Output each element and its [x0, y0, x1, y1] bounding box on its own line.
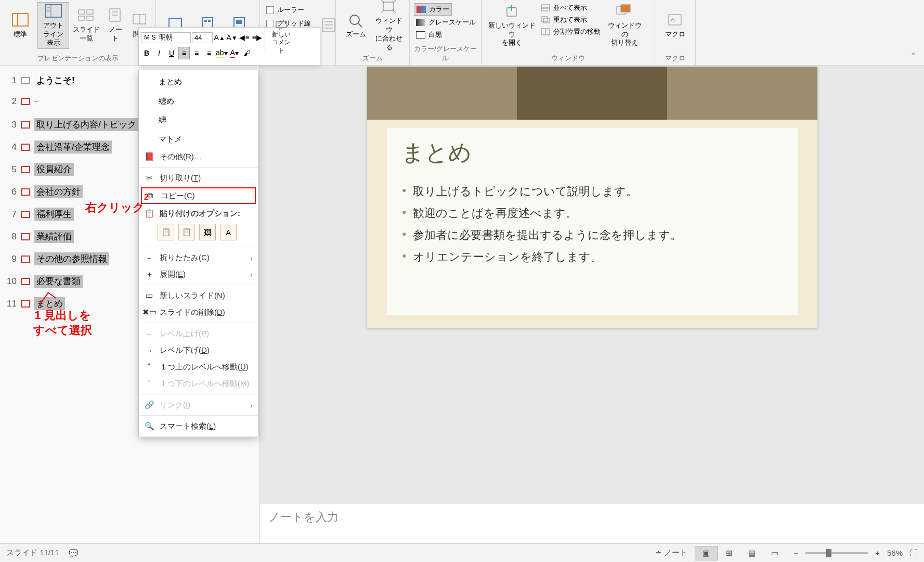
label: ノート [664, 548, 687, 558]
ime-suggestion[interactable]: マトメ [139, 130, 258, 149]
font-size-input[interactable] [192, 32, 213, 43]
italic-button[interactable]: I [153, 47, 165, 59]
slide-number: 6 [5, 187, 17, 197]
slide-title-text: 会社の方針 [34, 185, 83, 198]
increase-font-button[interactable]: A▲ [214, 31, 225, 44]
fit-slide-button[interactable]: ⛶ [910, 548, 918, 557]
zoom-in-button[interactable]: + [875, 548, 880, 557]
new-slide-icon: ▭ [144, 290, 154, 301]
color-button[interactable]: カラー [414, 3, 452, 16]
new-window-button[interactable]: 新しいウィンドウ を開く [486, 2, 538, 49]
ime-suggestion[interactable]: 纏め [139, 92, 258, 111]
reading-icon [131, 12, 149, 28]
label: ズーム [346, 30, 366, 39]
slide-number: 3 [5, 120, 17, 130]
slide-title[interactable]: まとめ [401, 137, 783, 168]
label: スライドの削除(D) [160, 308, 225, 317]
view-notes-button[interactable]: ノー ト [103, 2, 127, 49]
svg-rect-38 [621, 5, 630, 12]
slide-number: 2 [5, 96, 17, 107]
zoom-slider[interactable] [805, 552, 868, 554]
bullet-item: 歓迎のことばを再度述べます。 [401, 202, 783, 224]
decrease-font-button[interactable]: A▼ [226, 31, 238, 44]
zoom-level[interactable]: 56% [887, 548, 903, 557]
align-left-button[interactable]: ≡ [178, 47, 190, 59]
label: ルーラー [277, 5, 304, 15]
arrange-icon [541, 4, 550, 11]
svg-rect-7 [87, 10, 93, 14]
svg-rect-9 [87, 16, 93, 20]
notes-pane[interactable]: ノートを入力 [260, 504, 924, 543]
switch-window-button[interactable]: ウィンドウの 切り替え [604, 2, 645, 49]
blackwhite-button[interactable]: 白黒 [414, 29, 444, 41]
label: 重ねて表示 [553, 15, 587, 24]
expand-item[interactable]: ＋展開(E)› [139, 266, 258, 283]
bold-button[interactable]: B [141, 47, 152, 59]
ime-suggestion[interactable]: まとめ [139, 72, 258, 92]
ime-other-item[interactable]: 📕その他(R)… [139, 148, 258, 165]
ribbon-spacer: ⌃ [696, 0, 924, 65]
notes-placeholder: ノートを入力 [268, 510, 339, 523]
align-right-button[interactable]: ≡ [203, 47, 215, 59]
label: スマート検索(L) [160, 422, 216, 431]
slide-number: 7 [5, 209, 17, 220]
slide-counter: スライド 11/11 [6, 548, 59, 558]
notes-toggle[interactable]: ≐ ノート [655, 548, 687, 558]
ruler-checkbox[interactable]: ルーラー [264, 4, 306, 16]
font-color-button[interactable]: A▾ [229, 47, 240, 59]
slide-icon [21, 256, 30, 263]
ime-suggestion[interactable]: 纏 [139, 110, 258, 130]
fit-window-button[interactable]: ウィンドウ に合わせる [373, 2, 406, 49]
decrease-indent-button[interactable]: ◀≡ [239, 31, 250, 44]
label: １つ上のレベルへ移動(U) [160, 362, 249, 372]
view-normal-button[interactable]: 標準 [4, 2, 36, 49]
copy-item[interactable]: ⧉コピー(C) [141, 187, 256, 204]
cut-item[interactable]: ✂切り取り(T) [139, 170, 258, 186]
align-center-button[interactable]: ≡ [191, 47, 202, 59]
delete-slide-item[interactable]: ✖▭スライドの削除(D) [139, 304, 258, 321]
slideshow-btn[interactable]: ▭ [763, 546, 786, 560]
new-comment-button[interactable]: 新しい コメント [267, 23, 295, 52]
slide-title-text: 役員紹介 [34, 163, 74, 176]
normal-view-btn[interactable]: ▣ [695, 546, 718, 560]
paste-keep-source[interactable]: 📋 [178, 224, 195, 240]
collapse-ribbon-icon[interactable]: ⌃ [910, 51, 917, 61]
grayscale-icon [416, 19, 425, 26]
grayscale-button[interactable]: グレースケール [414, 17, 478, 28]
slide-number: 8 [5, 232, 17, 242]
zoom-thumb[interactable] [826, 549, 831, 557]
move-up-item[interactable]: ˄１つ上のレベルへ移動(U) [139, 359, 258, 375]
reading-view-btn[interactable]: ▤ [740, 546, 763, 560]
increase-indent-button[interactable]: ≡▶ [251, 31, 263, 44]
collapse-item[interactable]: −折りたたみ(C)› [139, 249, 258, 266]
bullet-item: 参加者に必要書類を提出するように念を押します。 [401, 224, 783, 246]
slide-bullets[interactable]: 取り上げるトピックについて説明します。歓迎のことばを再度述べます。参加者に必要書… [401, 181, 783, 268]
highlight-button[interactable]: ab▾ [216, 47, 228, 59]
paste-picture[interactable]: 🖼 [199, 224, 216, 240]
move-split-button[interactable]: 分割位置の移動 [539, 26, 603, 37]
arrange-all-button[interactable]: 並べて表示 [539, 2, 603, 14]
format-painter-button[interactable]: 🖌 [241, 47, 253, 59]
smart-lookup-item[interactable]: 🔍スマート検索(L) [139, 418, 258, 435]
demote-item[interactable]: →レベル下げ(D) [139, 342, 258, 359]
slide-icon [21, 144, 30, 151]
slide-icon [21, 166, 30, 173]
comments-icon[interactable]: 💬 [69, 548, 79, 558]
ribbon-group-views: 標準 アウトライン 表示 スライド 一覧 ノー ト 閲覧 プレゼンテーションの表… [0, 0, 156, 65]
new-slide-item[interactable]: ▭新しいスライド(N) [139, 287, 258, 304]
label: カラー [429, 5, 449, 14]
sorter-view-btn[interactable]: ⊞ [718, 546, 740, 560]
macro-button[interactable]: マクロ [659, 2, 691, 49]
underline-button[interactable]: U [166, 47, 177, 59]
view-sorter-button[interactable]: スライド 一覧 [70, 2, 102, 49]
font-name-input[interactable] [141, 32, 191, 43]
cascade-button[interactable]: 重ねて表示 [539, 14, 603, 25]
paste-dest-theme[interactable]: 📋 [158, 224, 174, 240]
zoom-out-button[interactable]: − [793, 548, 798, 557]
status-bar: スライド 11/11 💬 ≐ ノート ▣ ⊞ ▤ ▭ − + 56% ⛶ [0, 543, 924, 562]
view-outline-button[interactable]: アウトライン 表示 [37, 2, 70, 49]
paste-text-only[interactable]: A [220, 224, 237, 240]
ribbon-group-color: カラー グレースケール 白黒 カラー/グレースケール [410, 0, 481, 65]
group-label: ウィンドウ [486, 53, 650, 64]
link-item: 🔗リンク(I)› [139, 397, 258, 413]
